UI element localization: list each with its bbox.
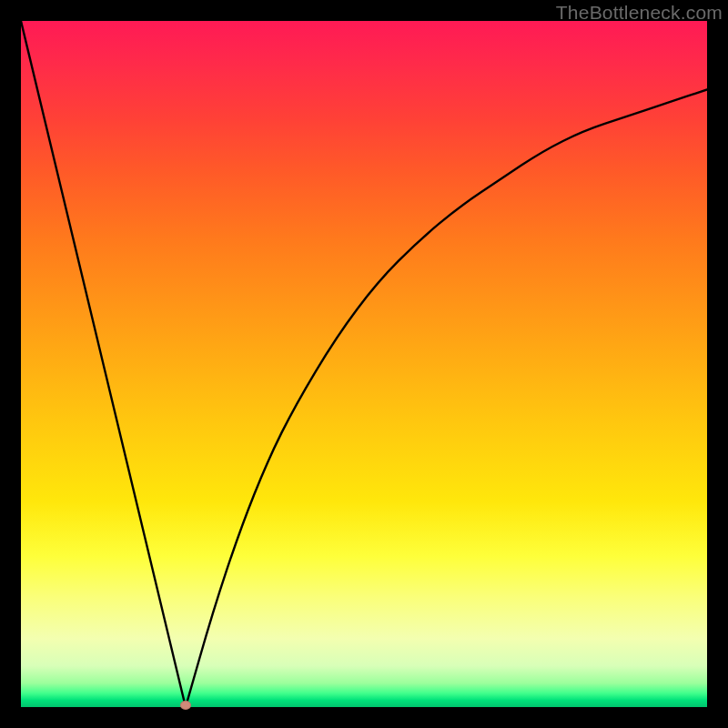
chart-background-gradient: [21, 21, 707, 707]
minimum-marker: [180, 701, 191, 710]
chart-area: [21, 21, 707, 707]
